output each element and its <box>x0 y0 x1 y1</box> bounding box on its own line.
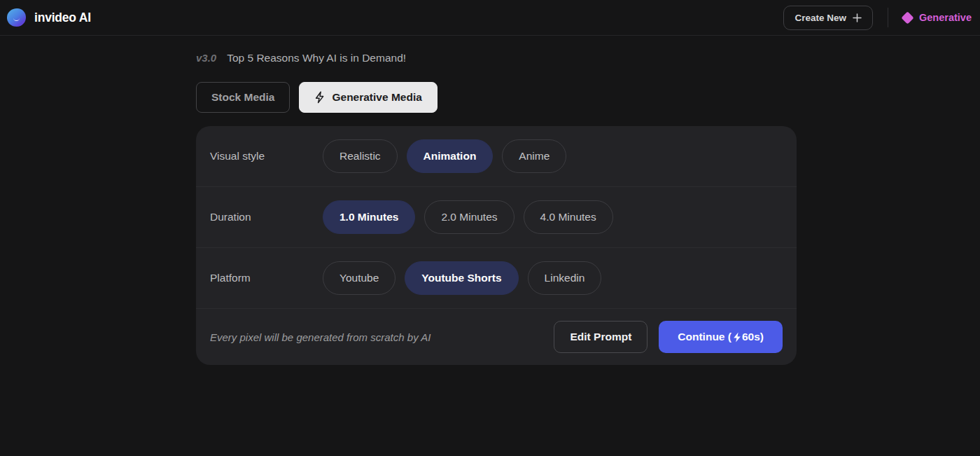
generative-mode-label: Generative <box>919 12 972 23</box>
diamond-icon <box>901 11 913 24</box>
generative-mode-badge[interactable]: Generative <box>903 12 972 23</box>
main-content: v3.0 Top 5 Reasons Why AI is in Demand! … <box>196 36 797 365</box>
media-tabs: Stock Media Generative Media <box>196 82 797 113</box>
platform-options: Youtube Youtube Shorts Linkedin <box>323 261 601 295</box>
platform-label: Platform <box>210 272 323 284</box>
platform-row: Platform Youtube Youtube Shorts Linkedin <box>196 248 797 309</box>
top-bar: invideo AI Create New Generative <box>0 0 980 36</box>
continue-button[interactable]: Continue ( 60s ) <box>659 321 783 353</box>
tab-stock-media[interactable]: Stock Media <box>196 82 290 113</box>
brand-name: invideo AI <box>34 11 91 25</box>
option-animation[interactable]: Animation <box>407 139 493 173</box>
create-new-label: Create New <box>794 13 846 23</box>
lightning-bolt-filled-icon <box>733 332 741 343</box>
page-title: Top 5 Reasons Why AI is in Demand! <box>227 52 406 64</box>
visual-style-options: Realistic Animation Anime <box>323 139 566 173</box>
header-divider <box>888 8 888 27</box>
version-label: v3.0 <box>196 52 216 64</box>
tab-stock-media-label: Stock Media <box>211 91 274 104</box>
generation-note: Every pixel will be generated from scrat… <box>210 331 554 343</box>
duration-options: 1.0 Minutes 2.0 Minutes 4.0 Minutes <box>323 200 613 234</box>
panel-footer: Every pixel will be generated from scrat… <box>196 309 797 365</box>
continue-label-prefix: Continue ( <box>678 331 732 343</box>
option-youtube-shorts[interactable]: Youtube Shorts <box>405 261 518 295</box>
edit-prompt-button[interactable]: Edit Prompt <box>554 321 648 353</box>
generation-settings-panel: Visual style Realistic Animation Anime D… <box>196 126 797 365</box>
create-new-button[interactable]: Create New <box>783 6 873 30</box>
visual-style-row: Visual style Realistic Animation Anime <box>196 126 797 187</box>
option-anime[interactable]: Anime <box>502 139 566 173</box>
plus-icon <box>853 13 862 22</box>
continue-label-time: 60s <box>742 331 760 343</box>
option-youtube[interactable]: Youtube <box>323 261 396 295</box>
continue-label-suffix: ) <box>760 331 764 343</box>
option-realistic[interactable]: Realistic <box>323 139 398 173</box>
tab-generative-media-label: Generative Media <box>332 91 421 104</box>
option-2-minutes[interactable]: 2.0 Minutes <box>424 200 514 234</box>
duration-row: Duration 1.0 Minutes 2.0 Minutes 4.0 Min… <box>196 187 797 248</box>
option-4-minutes[interactable]: 4.0 Minutes <box>524 200 613 234</box>
option-linkedin[interactable]: Linkedin <box>528 261 602 295</box>
option-1-minute[interactable]: 1.0 Minutes <box>323 200 415 234</box>
lightning-bolt-icon <box>314 91 325 104</box>
tab-generative-media[interactable]: Generative Media <box>299 82 437 113</box>
visual-style-label: Visual style <box>210 150 323 163</box>
title-row: v3.0 Top 5 Reasons Why AI is in Demand! <box>196 36 797 71</box>
invideo-logo-icon <box>7 8 26 27</box>
edit-prompt-label: Edit Prompt <box>570 331 631 343</box>
duration-label: Duration <box>210 211 323 223</box>
